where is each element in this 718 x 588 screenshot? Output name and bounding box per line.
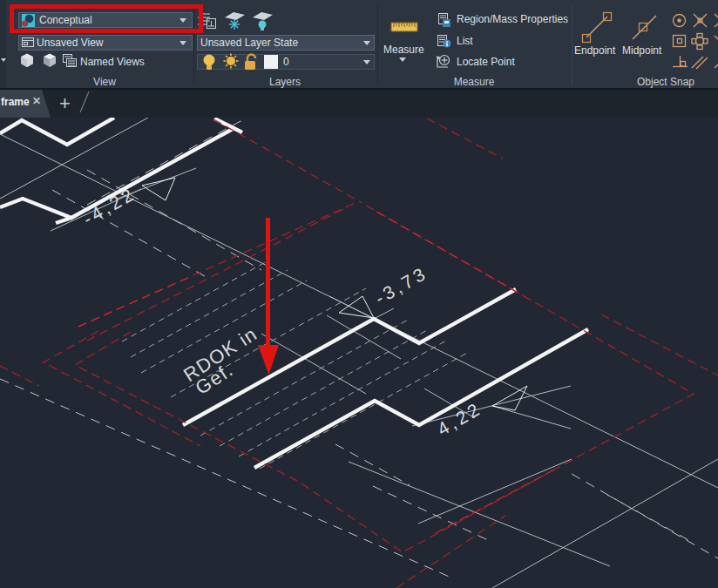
svg-text:-4,22: -4,22 (79, 183, 139, 229)
svg-text:-3,73: -3,73 (371, 262, 430, 308)
